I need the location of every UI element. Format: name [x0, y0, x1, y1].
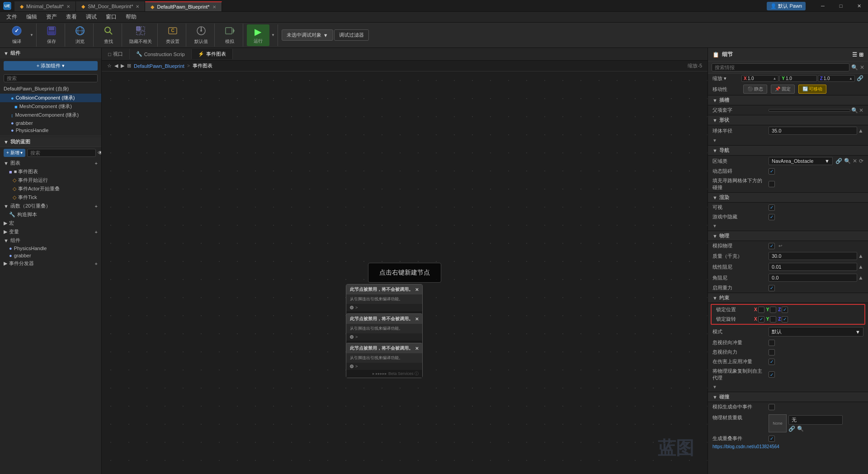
mass-arrow[interactable]: ▲	[858, 253, 863, 259]
linear-input[interactable]: 0.01	[769, 263, 857, 271]
menu-file[interactable]: 文件	[2, 12, 22, 22]
lock-pos-y-checkbox[interactable]	[770, 307, 776, 313]
mobility-fixed-button[interactable]: 📌 固定	[771, 85, 795, 94]
phys-mat-dropdown[interactable]: 无	[788, 415, 843, 425]
blueprint-node-2[interactable]: 此节点被禁用，将不会被调用。 ✕ 从引脚连出引线来编译功能。 > ▸ ▸▸▸▸▸	[346, 313, 423, 347]
sim-physics-arrow[interactable]: ↩	[778, 243, 782, 248]
scale-z-field[interactable]: Z 1.0 ▲	[818, 75, 855, 82]
run-dropdown-arrow[interactable]: ▼	[270, 32, 276, 38]
func-section-header[interactable]: ▼ 函数（20引重叠） +	[0, 202, 101, 210]
menu-edit[interactable]: 编辑	[22, 12, 42, 22]
find-button[interactable]: 查找	[97, 24, 120, 47]
nav-forward-icon[interactable]: ▶	[121, 63, 124, 69]
build-script-item[interactable]: 🔧 构造脚本	[0, 210, 101, 219]
profile-button[interactable]: 👤 默认 Pawn	[767, 2, 806, 10]
macro-header[interactable]: ▶ 宏	[0, 219, 101, 228]
my-blueprints-header[interactable]: ▼ 我的蓝图	[0, 137, 101, 147]
nav-search-icon[interactable]: 🔍	[844, 158, 851, 164]
phys-mat-search-icon[interactable]: 🔍	[797, 426, 804, 432]
menu-window[interactable]: 窗口	[101, 12, 121, 22]
sphere-radius-input[interactable]: 35.0	[769, 127, 857, 135]
component-search-input[interactable]	[4, 74, 98, 82]
nav-clear-icon[interactable]: ✕	[853, 158, 857, 164]
physics-handle-comp-item[interactable]: ● PhysicsHandle	[0, 245, 101, 252]
dynamic-obstacle-checkbox[interactable]	[769, 168, 775, 175]
nav-extra-icon[interactable]: ⟳	[859, 158, 863, 164]
socket-divider[interactable]: ▼ 插槽	[708, 95, 868, 105]
add-component-button[interactable]: + 添加组件 ▾	[4, 61, 98, 71]
compile-button[interactable]: ✓ 编译	[5, 24, 28, 47]
physics-handle-item[interactable]: ● PhysicsHandle	[0, 127, 101, 134]
parent-class-field[interactable]: 🔍 ✕	[769, 107, 863, 114]
blueprint-node-1[interactable]: 此节点被禁用，将不会被调用。 ✕ 从引脚连出引线来编译功能。 > ▸ ▸▸▸▸▸	[346, 284, 423, 318]
render-expand-icon[interactable]: ▼	[712, 223, 717, 228]
mesh-component-item[interactable]: ■ MeshComponent (继承)	[0, 102, 101, 111]
visible-checkbox[interactable]	[769, 204, 775, 211]
tab-sm-door[interactable]: ◆ SM_Door_Blueprint* ✕	[76, 1, 145, 11]
bp-search-input[interactable]	[27, 149, 96, 157]
parent-class-input[interactable]	[769, 109, 850, 112]
sphere-radius-arrow[interactable]: ▲	[858, 128, 863, 134]
lock-pos-x-checkbox[interactable]	[758, 307, 764, 313]
scale-x-field[interactable]: X 1.0 ▲	[741, 75, 778, 82]
var-header[interactable]: ▶ 变量 +	[0, 228, 101, 236]
node-1-close[interactable]: ✕	[415, 287, 419, 292]
tab-defaultpawn[interactable]: ◆ DefaultPawn_Blueprint* ✕	[145, 1, 222, 11]
event-actor-item[interactable]: ◇ 事件Actor开始重叠	[0, 185, 101, 193]
filter-button[interactable]: 调试过滤器	[334, 29, 369, 41]
ignore-force-checkbox[interactable]	[769, 349, 775, 356]
game-hidden-checkbox[interactable]	[769, 214, 775, 220]
comp2-header[interactable]: ▼ 组件	[0, 236, 101, 245]
lock-pos-z-checkbox[interactable]	[782, 307, 788, 313]
tab-minimal-close[interactable]: ✕	[66, 4, 70, 9]
sim-button[interactable]: 模拟	[218, 24, 241, 47]
lock-rot-z-checkbox[interactable]	[782, 316, 788, 322]
fill-nav-checkbox[interactable]	[769, 181, 775, 187]
run-button[interactable]: ▶ 运行	[247, 24, 269, 46]
gravity-checkbox[interactable]	[769, 285, 775, 291]
filter-x-icon[interactable]: ✕	[860, 64, 864, 71]
node-3-close[interactable]: ✕	[415, 346, 419, 351]
physics-divider[interactable]: ▼ 物理	[708, 231, 868, 241]
chart-section-header[interactable]: ▼ 图表 +	[0, 159, 101, 167]
scale-y-field[interactable]: Y 1.0	[779, 75, 816, 82]
lock-rot-y-checkbox[interactable]	[770, 316, 776, 322]
event-chart-tab[interactable]: ⚡ 事件图表	[192, 49, 233, 59]
url-text[interactable]: https://blog.csdn.net/u013824564	[708, 443, 868, 450]
scale-z-arrow[interactable]: ▲	[849, 76, 853, 81]
movement-component-item[interactable]: ↕ MovementComponent (继承)	[0, 111, 101, 119]
simulate-physics-checkbox[interactable]	[769, 243, 775, 249]
lock-rot-x-checkbox[interactable]	[758, 316, 764, 322]
bp-view-icon[interactable]: 👁	[98, 150, 102, 156]
linear-arrow[interactable]: ▲	[858, 264, 863, 270]
mobility-movable-button[interactable]: 🔄 可移动	[798, 85, 827, 94]
grabber-comp-item[interactable]: ● grabber	[0, 252, 101, 259]
nav-back-icon[interactable]: ◀	[114, 63, 118, 69]
sim-event-checkbox[interactable]	[769, 404, 775, 410]
win-close-button[interactable]: ✕	[850, 0, 868, 12]
func-add[interactable]: +	[95, 204, 98, 209]
breadcrumb-root[interactable]: DefaultPawn_Blueprint	[134, 63, 184, 69]
var-add[interactable]: +	[95, 229, 98, 235]
ignore-vel-checkbox[interactable]	[769, 340, 775, 346]
hide-button[interactable]: 隐藏不相关	[126, 24, 156, 47]
event-start-item[interactable]: ◇ 事件开始运行	[0, 176, 101, 185]
win-maximize-button[interactable]: □	[832, 0, 850, 12]
construction-tab[interactable]: 🔧 Construction Scrip	[130, 49, 192, 59]
physics-expand-icon[interactable]: ▼	[712, 384, 717, 389]
event-dispatcher-header[interactable]: ▶ 事件分发器 +	[0, 259, 101, 268]
nav-divider[interactable]: ▼ 导航	[708, 145, 868, 156]
node-2-close[interactable]: ✕	[415, 317, 419, 322]
components-header[interactable]: ▼ 组件	[0, 48, 101, 58]
menu-view[interactable]: 查看	[61, 12, 81, 22]
shape-expand-icon[interactable]: ▼	[712, 138, 717, 143]
mobility-static-button[interactable]: ⚫ 静态	[743, 85, 767, 94]
nav-link-icon[interactable]: 🔗	[835, 158, 842, 164]
mass-input[interactable]: 30.0	[769, 252, 857, 260]
gen-overlap-checkbox[interactable]	[769, 436, 775, 442]
angular-arrow[interactable]: ▲	[858, 275, 863, 281]
shape-divider[interactable]: ▼ 形状	[708, 115, 868, 125]
win-minimize-button[interactable]: ─	[814, 0, 832, 12]
compile-dropdown-arrow[interactable]: ▼	[29, 32, 34, 38]
tab-sm-door-close[interactable]: ✕	[136, 4, 139, 9]
